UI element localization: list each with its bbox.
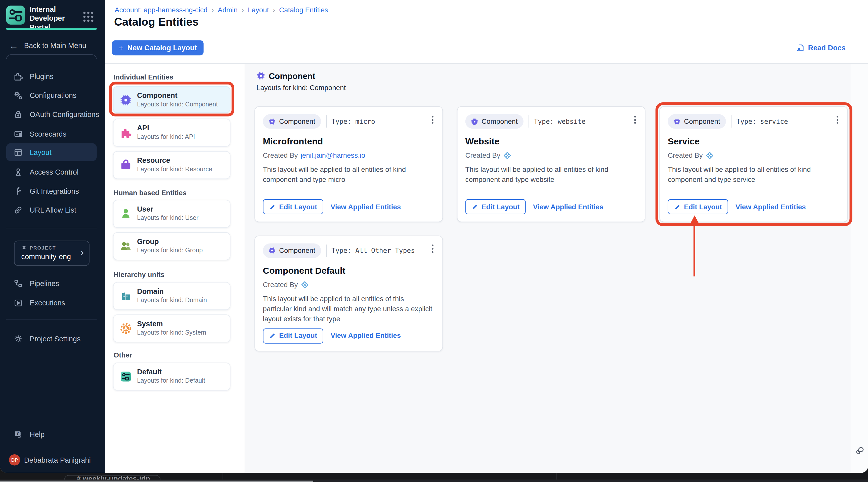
help-chat-icon: ?: [13, 429, 23, 439]
entity-kind-system[interactable]: System Layouts for kind: System: [113, 314, 230, 342]
chat-bubbles-icon[interactable]: [855, 445, 865, 455]
entity-kind-name: System: [137, 319, 163, 328]
user-name[interactable]: Debabrata Panigrahi: [24, 456, 91, 464]
entity-kind-domain[interactable]: Domain Layouts for kind: Domain: [113, 282, 230, 310]
sidebar-item-label: Access Control: [30, 168, 79, 176]
edit-layout-button[interactable]: Edit Layout: [263, 199, 323, 214]
project-selector[interactable]: PROJECT community-eng ›: [14, 241, 90, 265]
sidebar-item-oauth-configurations[interactable]: OAuth Configurations: [6, 105, 97, 123]
api-puzzle-icon: [120, 126, 132, 139]
read-docs-link[interactable]: Read Docs: [796, 43, 846, 52]
sidebar-section-divider: [6, 54, 97, 59]
entity-kind-default[interactable]: Default Layouts for kind: Default: [113, 362, 230, 390]
main-area: Account: app-harness-ng-cicd › Admin › L…: [105, 0, 868, 473]
breadcrumb-admin-link[interactable]: Admin: [218, 6, 238, 13]
entity-kind-user[interactable]: User Layouts for kind: User: [113, 200, 230, 228]
person-icon: [13, 167, 23, 177]
lock-icon: [13, 110, 23, 119]
idp-logo-icon[interactable]: [6, 5, 25, 25]
edit-layout-button[interactable]: Edit Layout: [263, 328, 323, 343]
sidebar-divider: [6, 228, 97, 228]
created-by-user-link[interactable]: jenil.jain@harness.io: [301, 152, 365, 159]
breadcrumb-separator: ›: [242, 5, 244, 14]
background-window-edge: [0, 480, 313, 481]
sidebar-item-label: URL Allow List: [30, 206, 76, 214]
back-to-main-menu[interactable]: ← Back to Main Menu: [6, 38, 97, 53]
puzzle-icon: [13, 71, 23, 81]
entity-kind-name: Component: [137, 91, 178, 99]
sidebar-item-label: Pipelines: [30, 279, 59, 287]
sidebar-item-configurations[interactable]: Configurations: [6, 86, 97, 104]
breadcrumb-separator: ›: [212, 5, 214, 14]
gear-icon: [13, 334, 23, 343]
card-menu-kebab-icon[interactable]: [630, 114, 640, 126]
created-by-row: Created By: [668, 152, 713, 159]
edit-layout-label: Edit Layout: [684, 203, 722, 211]
sidebar-item-label: Layout: [30, 148, 52, 156]
sidebar-item-access-control[interactable]: Access Control: [6, 163, 97, 181]
entity-kind-description: Layouts for kind: User: [137, 214, 198, 221]
sidebar-item-scorecards[interactable]: Scorecards: [6, 125, 97, 143]
edit-layout-button[interactable]: Edit Layout: [668, 199, 728, 214]
entity-kind-resource[interactable]: Resource Layouts for kind: Resource: [113, 151, 230, 179]
kind-chip: Component: [263, 114, 320, 129]
layout-description: This layout will be applied to all entit…: [465, 164, 636, 185]
card-menu-kebab-icon[interactable]: [427, 114, 437, 126]
entity-kind-group[interactable]: Group Layouts for kind: Group: [113, 232, 230, 260]
layout-card-website: Component Type: website Website Created …: [457, 107, 646, 222]
kind-header-title: Component: [269, 71, 315, 80]
git-branch-icon: [13, 186, 23, 196]
brand-underline: [6, 28, 97, 29]
created-by-label: Created By: [465, 152, 500, 159]
entity-kind-panel: Individual Entities Component Layouts fo…: [105, 63, 244, 473]
read-docs-label: Read Docs: [808, 43, 846, 52]
edit-layout-button[interactable]: Edit Layout: [465, 199, 526, 214]
sidebar-item-executions[interactable]: Executions: [6, 294, 97, 312]
layout-card-service: Component Type: service Service Created …: [659, 107, 848, 222]
view-applied-entities-link[interactable]: View Applied Entities: [736, 203, 806, 211]
card-menu-kebab-icon[interactable]: [427, 242, 437, 255]
created-by-label: Created By: [263, 152, 298, 159]
kind-chip: Component: [465, 114, 523, 129]
card-menu-kebab-icon[interactable]: [832, 114, 842, 126]
breadcrumb-account-link[interactable]: Account: app-harness-ng-cicd: [115, 6, 208, 13]
user-icon: [120, 207, 132, 220]
user-avatar[interactable]: DP: [9, 454, 20, 465]
sidebar-item-label: Scorecards: [30, 129, 66, 138]
entity-kind-api[interactable]: API Layouts for kind: API: [113, 118, 230, 146]
view-applied-entities-link[interactable]: View Applied Entities: [331, 203, 401, 211]
section-title: Individual Entities: [114, 73, 174, 81]
sidebar-item-git-integrations[interactable]: Git Integrations: [6, 182, 97, 200]
plus-icon: +: [119, 43, 123, 52]
sidebar-item-label: Help: [30, 430, 44, 438]
sidebar-item-project-settings[interactable]: Project Settings: [6, 330, 97, 348]
layout-card-component-default: Component Type: All Other Types Componen…: [254, 235, 443, 351]
new-catalog-layout-button[interactable]: + New Catalog Layout: [112, 40, 204, 55]
kind-chip: Component: [668, 114, 726, 129]
sidebar-item-layout[interactable]: Layout: [6, 143, 97, 161]
type-label: Type: All Other Types: [332, 246, 415, 254]
chevron-right-icon: ›: [81, 247, 84, 258]
sidebar-item-url-allow-list[interactable]: URL Allow List: [6, 201, 97, 219]
sidebar-item-pipelines[interactable]: Pipelines: [6, 274, 97, 292]
type-label: Type: website: [534, 118, 585, 125]
svg-text:?: ?: [17, 431, 19, 436]
entity-kind-name: API: [137, 123, 149, 131]
sidebar-item-label: Git Integrations: [30, 187, 79, 195]
sidebar-item-help[interactable]: ? Help: [6, 425, 97, 443]
entity-kind-component[interactable]: Component Layouts for kind: Component: [113, 86, 230, 113]
created-by-system-icon: [301, 280, 309, 288]
app-grid-icon[interactable]: [83, 12, 93, 22]
sidebar-item-label: Plugins: [30, 72, 54, 80]
breadcrumb-catalog-entities-link[interactable]: Catalog Entities: [279, 6, 328, 13]
app-window: Internal Developer Portal ← Back to Main…: [0, 0, 868, 473]
scorecard-icon: [13, 129, 23, 139]
view-applied-entities-link[interactable]: View Applied Entities: [331, 332, 401, 340]
layers-icon: [21, 245, 27, 250]
layout-description: This layout will be applied to all entit…: [263, 294, 433, 324]
sidebar-item-plugins[interactable]: Plugins: [6, 67, 97, 85]
sidebar-divider: [6, 319, 97, 320]
view-applied-entities-link[interactable]: View Applied Entities: [533, 203, 603, 211]
breadcrumb-layout-link[interactable]: Layout: [248, 6, 269, 13]
sidebar-item-label: Configurations: [30, 91, 76, 99]
